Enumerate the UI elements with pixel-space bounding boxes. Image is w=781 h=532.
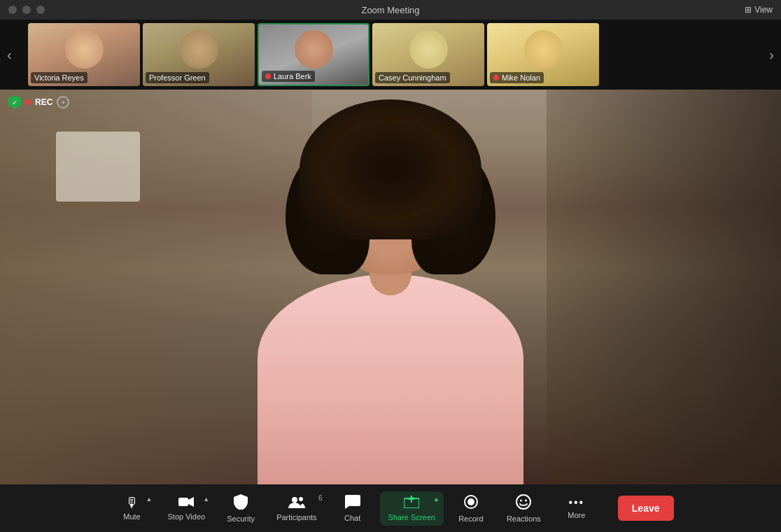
camera-icon (178, 496, 194, 510)
security-button[interactable]: Security (216, 490, 265, 527)
svg-point-3 (299, 497, 303, 501)
reactions-button[interactable]: Reactions (498, 490, 549, 527)
svg-rect-0 (178, 498, 188, 506)
participants-icon (288, 496, 305, 510)
chat-button[interactable]: Chat (328, 491, 377, 526)
caret-icon: ▲ (146, 496, 153, 503)
svg-point-9 (516, 495, 530, 509)
traffic-lights (8, 6, 45, 14)
participant-tile[interactable]: Casey Cunningham (372, 23, 484, 86)
close-button[interactable] (8, 6, 17, 14)
maximize-button[interactable] (36, 6, 45, 14)
svg-point-10 (520, 499, 522, 501)
microphone-icon: 🎙 (125, 496, 139, 510)
rec-indicator: ✓ REC ● (8, 95, 69, 109)
camera-circle-icon: ● (57, 96, 69, 108)
main-video (0, 90, 781, 484)
shield-icon (234, 494, 248, 512)
participant-name: Professor Green (146, 72, 209, 83)
share-screen-button[interactable]: ▲ Share Screen (380, 491, 444, 526)
record-icon (463, 494, 479, 512)
strip-nav-right[interactable]: › (769, 47, 774, 63)
caret-icon: ▲ (433, 496, 439, 503)
share-screen-icon (404, 496, 419, 510)
caret-icon: ▲ (203, 496, 209, 503)
leave-button[interactable]: Leave (618, 496, 674, 521)
chat-icon (345, 495, 360, 511)
participants-button[interactable]: 6 Participants (268, 491, 325, 526)
participant-name: Victoria Reyes (31, 72, 87, 83)
stop-video-button[interactable]: ▲ Stop Video (160, 491, 214, 525)
participant-name: Laura Berk (262, 71, 315, 82)
svg-point-8 (467, 498, 474, 505)
more-button[interactable]: ••• More (552, 493, 601, 524)
main-speaker-figure (195, 90, 586, 484)
participant-strip: ‹ Victoria Reyes Professor Green Laura B… (0, 20, 781, 90)
strip-nav-left[interactable]: ‹ (7, 47, 12, 63)
view-button[interactable]: ⊞ View (745, 5, 773, 15)
window-title: Zoom Meeting (361, 5, 419, 15)
rec-text: REC (35, 97, 52, 107)
video-background (0, 90, 781, 484)
rec-dot (25, 99, 31, 105)
svg-point-2 (292, 497, 297, 503)
title-bar: Zoom Meeting ⊞ View (0, 0, 781, 20)
mute-button[interactable]: ▲ 🎙 Mute (108, 491, 157, 525)
participants-count: 6 (318, 494, 323, 502)
emoji-icon (516, 494, 531, 512)
participant-name: Casey Cunningham (375, 72, 450, 83)
participant-name: Mike Nolan (490, 72, 544, 83)
record-button[interactable]: Record (446, 490, 495, 527)
svg-point-11 (525, 499, 527, 501)
more-icon: ••• (568, 497, 584, 508)
toolbar: ▲ 🎙 Mute ▲ Stop Video Security 6 (0, 484, 781, 532)
muted-icon (493, 75, 499, 80)
participant-tile[interactable]: Professor Green (143, 23, 255, 86)
svg-marker-1 (188, 497, 194, 507)
participant-tile-active[interactable]: Laura Berk (258, 23, 370, 86)
grid-icon: ⊞ (745, 5, 752, 15)
participant-tile[interactable]: Mike Nolan (487, 23, 599, 86)
muted-icon (265, 74, 271, 79)
shield-icon: ✓ (8, 95, 21, 109)
participant-tile[interactable]: Victoria Reyes (28, 23, 140, 86)
minimize-button[interactable] (22, 6, 31, 14)
